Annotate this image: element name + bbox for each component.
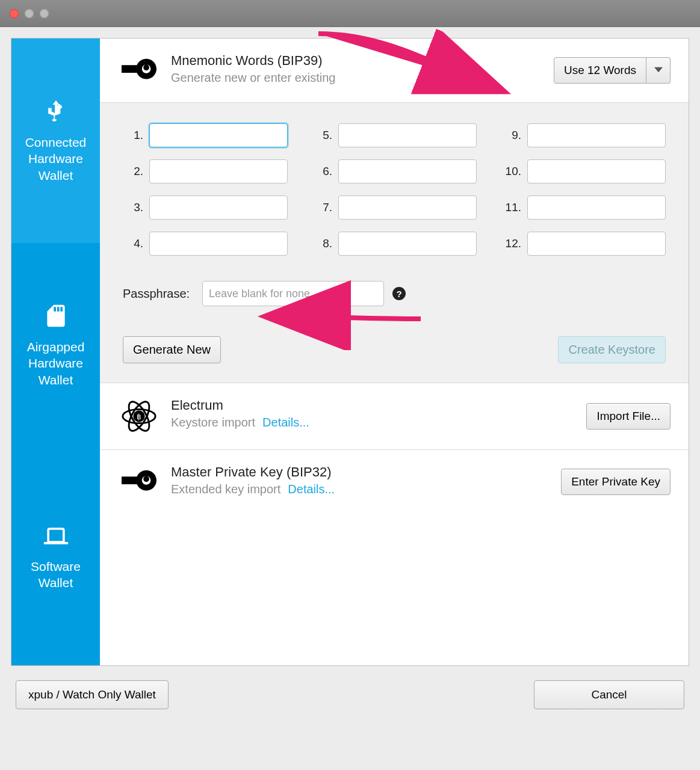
mnemonic-word-3: 3. (123, 196, 288, 220)
sidebar-item-airgapped-hardware[interactable]: Airgapped Hardware Wallet (11, 243, 100, 448)
mnemonic-word-8: 8. (312, 232, 477, 256)
master-key-title: Master Private Key (BIP32) (171, 464, 335, 480)
section-mnemonic-header: Mnemonic Words (BIP39) Generate new or e… (100, 38, 689, 103)
master-key-subtitle: Extended key import (171, 482, 280, 496)
mnemonic-subtitle: Generate new or enter existing (171, 71, 336, 85)
mnemonic-word-number: 6. (312, 165, 332, 178)
key-icon (118, 464, 160, 499)
mnemonic-word-input-3[interactable] (149, 196, 288, 220)
titlebar (0, 0, 700, 27)
usb-icon (43, 98, 69, 127)
mnemonic-word-number: 2. (123, 165, 143, 178)
mnemonic-word-input-1[interactable] (149, 123, 288, 147)
use-words-button[interactable]: Use 12 Words (554, 57, 646, 84)
electrum-subtitle: Keystore import (171, 416, 255, 430)
mnemonic-word-4: 4. (123, 232, 288, 256)
section-electrum: ฿ Electrum Keystore import Details... Im… (100, 383, 689, 450)
mnemonic-word-12: 12. (501, 232, 666, 256)
mnemonic-word-input-4[interactable] (149, 232, 288, 256)
maximize-icon[interactable] (40, 9, 49, 18)
use-words-dropdown[interactable]: Use 12 Words (554, 57, 671, 84)
mnemonic-words-grid: 1.5.9.2.6.10.3.7.11.4.8.12. (118, 117, 671, 259)
svg-text:฿: ฿ (137, 413, 141, 420)
mnemonic-word-number: 7. (312, 201, 332, 214)
master-key-details-link[interactable]: Details... (288, 482, 335, 496)
help-icon[interactable]: ? (392, 287, 406, 300)
mnemonic-word-input-8[interactable] (338, 232, 477, 256)
minimize-icon[interactable] (25, 9, 34, 18)
mnemonic-word-5: 5. (312, 123, 477, 147)
footer: xpub / Watch Only Wallet Cancel (11, 666, 689, 714)
window-controls (10, 9, 49, 18)
mnemonic-word-10: 10. (501, 159, 666, 183)
mnemonic-word-number: 12. (501, 237, 521, 250)
electrum-title: Electrum (171, 398, 309, 413)
chevron-down-icon (654, 64, 663, 77)
sidebar-item-label: Software Wallet (22, 558, 89, 591)
mnemonic-word-9: 9. (501, 123, 666, 147)
xpub-watch-only-button[interactable]: xpub / Watch Only Wallet (16, 680, 169, 709)
mnemonic-word-6: 6. (312, 159, 477, 183)
mnemonic-word-number: 1. (123, 129, 143, 142)
mnemonic-word-input-5[interactable] (338, 123, 477, 147)
mnemonic-word-number: 9. (501, 129, 521, 142)
generate-new-button[interactable]: Generate New (123, 336, 221, 363)
mnemonic-word-number: 8. (312, 237, 332, 250)
mnemonic-word-input-9[interactable] (527, 123, 666, 147)
mnemonic-word-number: 5. (312, 129, 332, 142)
mnemonic-word-input-2[interactable] (149, 159, 288, 183)
laptop-icon (43, 522, 69, 551)
electrum-icon: ฿ (118, 398, 160, 435)
mnemonic-word-number: 4. (123, 237, 143, 250)
mnemonic-word-input-7[interactable] (338, 196, 477, 220)
passphrase-row: Passphrase: ? (118, 270, 671, 309)
mnemonic-word-input-11[interactable] (527, 196, 666, 220)
mnemonic-word-1: 1. (123, 123, 288, 147)
create-keystore-button: Create Keystore (558, 336, 666, 363)
import-file-button[interactable]: Import File... (586, 403, 671, 430)
mnemonic-title: Mnemonic Words (BIP39) (171, 53, 336, 69)
sidebar-item-connected-hardware[interactable]: Connected Hardware Wallet (11, 38, 100, 243)
sidebar: Connected Hardware Wallet Airgapped Hard… (11, 38, 100, 665)
mnemonic-word-number: 10. (501, 165, 521, 178)
mnemonic-word-input-12[interactable] (527, 232, 666, 256)
main-panel: Mnemonic Words (BIP39) Generate new or e… (100, 38, 689, 665)
close-icon[interactable] (10, 9, 19, 18)
sidebar-item-label: Airgapped Hardware Wallet (22, 339, 89, 388)
mnemonic-word-number: 3. (123, 201, 143, 214)
electrum-details-link[interactable]: Details... (262, 416, 309, 430)
key-icon (118, 53, 160, 88)
mnemonic-word-input-6[interactable] (338, 159, 477, 183)
sdcard-icon (43, 303, 69, 331)
cancel-button[interactable]: Cancel (534, 680, 684, 709)
section-mnemonic-body: 1.5.9.2.6.10.3.7.11.4.8.12. Passphrase: … (100, 103, 689, 383)
mnemonic-word-number: 11. (501, 201, 521, 214)
enter-private-key-button[interactable]: Enter Private Key (561, 469, 671, 495)
mnemonic-word-2: 2. (123, 159, 288, 183)
use-words-chevron[interactable] (646, 57, 671, 84)
mnemonic-word-7: 7. (312, 196, 477, 220)
mnemonic-word-11: 11. (501, 196, 666, 220)
passphrase-label: Passphrase: (123, 287, 194, 301)
passphrase-input[interactable] (202, 281, 384, 306)
sidebar-item-label: Connected Hardware Wallet (22, 134, 89, 183)
section-master-key: Master Private Key (BIP32) Extended key … (100, 450, 689, 514)
mnemonic-word-input-10[interactable] (527, 159, 666, 183)
sidebar-item-software-wallet[interactable]: Software Wallet (11, 448, 100, 665)
